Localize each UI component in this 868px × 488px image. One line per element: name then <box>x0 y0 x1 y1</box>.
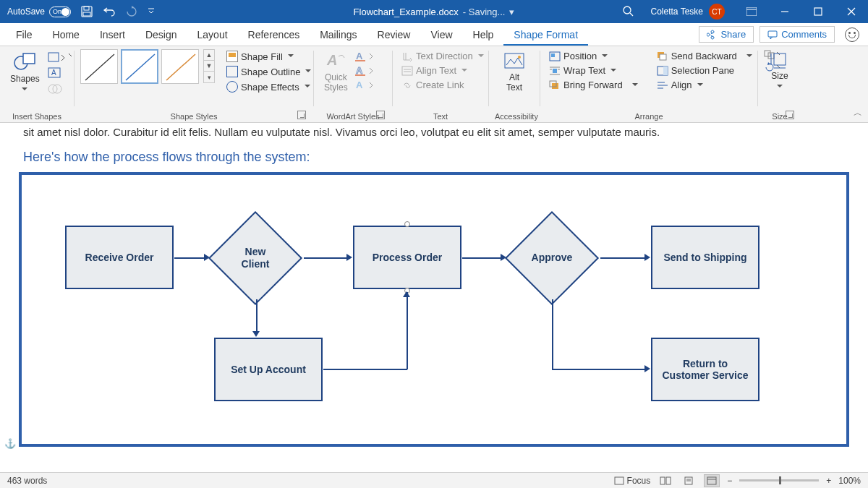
group-size: Size Size <box>758 46 801 122</box>
word-count[interactable]: 463 words <box>7 476 47 486</box>
tab-references[interactable]: References <box>238 25 310 46</box>
tab-insert[interactable]: Insert <box>90 25 135 46</box>
shape-process-order[interactable]: Process Order <box>353 226 461 289</box>
svg-text:A: A <box>356 65 363 76</box>
text-outline-icon[interactable]: A <box>355 65 375 79</box>
shape-send-shipping[interactable]: Send to Shipping <box>651 226 760 289</box>
group-label-insert-shapes: Insert Shapes <box>6 111 68 121</box>
body-text: sit amet nisl dolor. Curabitur id elit f… <box>19 123 849 138</box>
document-area[interactable]: sit amet nisl dolor. Curabitur id elit f… <box>0 123 868 472</box>
create-link-button[interactable]: Create Link <box>399 78 487 92</box>
svg-point-3 <box>624 7 631 14</box>
text-fill-icon[interactable]: A <box>355 51 375 64</box>
merge-shapes-icon[interactable] <box>47 82 73 98</box>
minimize-button[interactable] <box>768 0 801 23</box>
autosave-toggle[interactable]: AutoSave On <box>7 7 71 17</box>
share-button[interactable]: Share <box>699 26 754 43</box>
connector[interactable] <box>552 299 553 369</box>
connector[interactable] <box>552 369 647 370</box>
drawing-canvas[interactable]: Receive Order New Client Process Order A… <box>19 172 849 447</box>
text-direction-button[interactable]: Text Direction <box>399 49 487 63</box>
feedback-icon[interactable] <box>845 27 859 42</box>
print-layout-icon[interactable] <box>681 474 697 487</box>
svg-line-21 <box>166 54 195 80</box>
zoom-in-button[interactable]: + <box>826 476 831 486</box>
connector[interactable] <box>600 257 647 259</box>
shape-receive-order[interactable]: Receive Order <box>65 226 174 289</box>
svg-line-4 <box>630 13 633 16</box>
quick-styles-button[interactable]: A Quick Styles <box>320 49 352 94</box>
shape-approve[interactable]: Approve <box>505 218 599 298</box>
read-mode-icon[interactable] <box>658 474 673 487</box>
selection-pane-button[interactable]: Selection Pane <box>654 64 755 77</box>
focus-mode-button[interactable]: Focus <box>614 476 651 486</box>
resize-handle[interactable] <box>404 221 410 227</box>
group-label-accessibility: Accessibility <box>495 111 534 121</box>
svg-rect-2 <box>83 12 90 16</box>
svg-text:A: A <box>326 52 337 68</box>
tab-design[interactable]: Design <box>135 25 187 46</box>
text-box-icon[interactable]: A <box>47 67 73 82</box>
wrap-text-button[interactable]: Wrap Text <box>546 64 641 77</box>
connector[interactable] <box>407 292 408 369</box>
connector[interactable] <box>174 257 206 259</box>
autosave-state: On <box>53 8 61 15</box>
qat-dropdown-icon[interactable] <box>148 8 155 15</box>
connector[interactable] <box>256 299 258 334</box>
svg-line-20 <box>126 54 155 80</box>
connector[interactable] <box>462 257 503 259</box>
search-icon[interactable] <box>622 5 634 19</box>
zoom-slider[interactable] <box>739 479 819 481</box>
comments-button[interactable]: Comments <box>760 26 835 43</box>
avatar[interactable]: CT <box>709 4 725 20</box>
close-button[interactable] <box>835 0 868 23</box>
title-dropdown-icon[interactable]: ▾ <box>509 7 514 17</box>
align-button[interactable]: Align <box>654 78 755 92</box>
ribbon-display-icon[interactable] <box>735 0 768 23</box>
zoom-out-button[interactable]: − <box>727 476 732 486</box>
dialog-launcher-icon[interactable] <box>297 111 306 119</box>
dialog-launcher-icon[interactable] <box>376 111 385 119</box>
zoom-level[interactable]: 100% <box>838 476 861 486</box>
shapes-gallery-button[interactable]: Shapes <box>6 49 44 97</box>
tab-shape-format[interactable]: Shape Format <box>503 25 588 46</box>
tab-home[interactable]: Home <box>43 25 90 46</box>
style-preset-3[interactable] <box>161 49 199 84</box>
tab-mailings[interactable]: Mailings <box>310 25 367 46</box>
size-button[interactable]: Size <box>765 49 794 94</box>
tab-help[interactable]: Help <box>463 25 504 46</box>
save-icon[interactable] <box>81 6 93 17</box>
shape-new-client[interactable]: New Client <box>208 218 302 298</box>
web-layout-icon[interactable] <box>704 474 720 487</box>
alt-text-button[interactable]: Alt Text <box>499 49 529 94</box>
text-effects-icon[interactable]: A <box>355 80 375 93</box>
send-backward-button[interactable]: Send Backward <box>654 49 755 63</box>
redo-icon[interactable] <box>126 6 137 17</box>
arrowhead-icon <box>644 365 654 372</box>
connector[interactable] <box>304 257 349 259</box>
style-preset-2[interactable] <box>121 49 158 84</box>
toggle-knob <box>61 8 69 16</box>
group-text: Text Direction Align Text Create Link Te… <box>393 46 488 122</box>
bring-forward-button[interactable]: Bring Forward <box>546 78 641 92</box>
svg-rect-60 <box>707 477 716 484</box>
shape-setup-account[interactable]: Set Up Account <box>214 338 323 401</box>
ribbon: Shapes A Insert Shapes ▲▼▾ Shape Fill Sh… <box>0 46 868 123</box>
tab-view[interactable]: View <box>420 25 462 46</box>
connector[interactable] <box>323 369 407 370</box>
undo-icon[interactable] <box>103 6 116 17</box>
tab-file[interactable]: File <box>6 25 43 46</box>
align-text-button[interactable]: Align Text <box>399 64 487 77</box>
edit-shape-icon[interactable] <box>47 51 73 66</box>
style-preset-1[interactable] <box>80 49 118 84</box>
shape-return-cs[interactable]: Return to Customer Service <box>651 338 760 401</box>
tab-layout[interactable]: Layout <box>187 25 238 46</box>
maximize-button[interactable] <box>801 0 835 23</box>
tab-review[interactable]: Review <box>367 25 421 46</box>
collapse-ribbon-icon[interactable]: ︿ <box>854 107 862 119</box>
svg-rect-56 <box>666 477 671 484</box>
arrowhead-icon <box>501 254 510 261</box>
user-name[interactable]: Coletta Teske <box>651 7 704 17</box>
position-button[interactable]: Position <box>546 49 641 63</box>
dialog-launcher-icon[interactable] <box>786 111 794 119</box>
